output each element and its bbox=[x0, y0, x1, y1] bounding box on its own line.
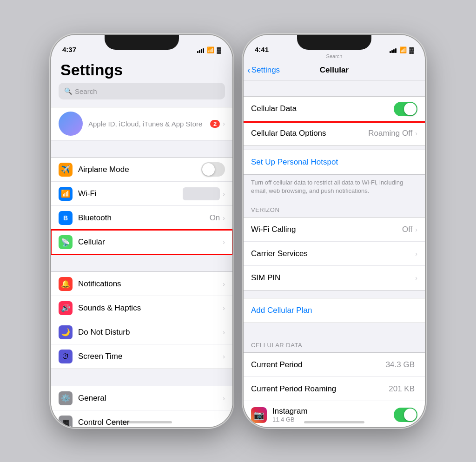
sounds-row[interactable]: 🔊 Sounds & Haptics › bbox=[51, 296, 232, 320]
sim-pin-label: SIM PIN bbox=[251, 273, 415, 283]
bluetooth-row[interactable]: B Bluetooth On › bbox=[51, 206, 232, 230]
spacer-plan bbox=[244, 290, 425, 298]
home-indicator-1 bbox=[112, 421, 172, 423]
cellular-options-label: Cellular Data Options bbox=[251, 129, 368, 138]
cellular-data-row[interactable]: Cellular Data bbox=[244, 97, 425, 121]
chevron-notif: › bbox=[223, 280, 225, 288]
cellular-icon: 📡 bbox=[59, 235, 73, 249]
instagram-name: Instagram bbox=[272, 407, 394, 416]
dnd-icon: 🌙 bbox=[59, 325, 73, 339]
chevron-cellular: › bbox=[223, 238, 225, 246]
apple-id-info: Apple ID, iCloud, iTunes & App Store bbox=[88, 120, 210, 128]
carrier-services-label: Carrier Services bbox=[251, 249, 415, 258]
nav-title-cellular: Cellular bbox=[320, 66, 349, 75]
wifi-value-box bbox=[183, 187, 220, 200]
cellular-data-section-header: CELLULAR DATA bbox=[244, 334, 425, 352]
cellular-data-toggle[interactable] bbox=[394, 102, 417, 116]
apple-id-row[interactable]: Apple ID, iCloud, iTunes & App Store 2 › bbox=[51, 107, 232, 140]
signal-bars-1 bbox=[197, 47, 204, 53]
verizon-list: Wi-Fi Calling Off › Carrier Services › S… bbox=[244, 217, 425, 290]
notifications-row[interactable]: 🔔 Notifications › bbox=[51, 272, 232, 296]
bar3 bbox=[201, 49, 202, 53]
back-label: Settings bbox=[251, 66, 280, 75]
dnd-row[interactable]: 🌙 Do Not Disturb › bbox=[51, 320, 232, 344]
notifications-icon: 🔔 bbox=[59, 277, 73, 291]
search-bar[interactable]: 🔍 Search bbox=[59, 83, 225, 99]
bar2-2 bbox=[391, 50, 393, 53]
status-time-2: 4:41 bbox=[255, 46, 269, 53]
spacer-data bbox=[244, 323, 425, 334]
general-icon: ⚙️ bbox=[59, 391, 73, 405]
cellular-data-options-row[interactable]: Cellular Data Options Roaming Off › bbox=[244, 121, 425, 145]
airplane-mode-row[interactable]: ✈️ Airplane Mode bbox=[51, 158, 232, 182]
wifi-icon: 📶 bbox=[59, 187, 73, 201]
toggle-knob-cellular-data bbox=[404, 103, 416, 115]
cellular-nav: ‹ Settings Cellular bbox=[244, 60, 425, 80]
apple-id-label: Apple ID, iCloud, iTunes & App Store bbox=[88, 120, 210, 128]
instagram-toggle[interactable] bbox=[394, 408, 417, 422]
wifi-calling-value: Off bbox=[402, 225, 412, 234]
sim-pin-row[interactable]: SIM PIN › bbox=[244, 266, 425, 290]
toggle-knob-instagram bbox=[404, 409, 416, 421]
current-period-label: Current Period bbox=[251, 360, 386, 370]
chevron-cellular-options: › bbox=[415, 130, 417, 137]
general-row[interactable]: ⚙️ General › bbox=[51, 386, 232, 410]
airplane-toggle[interactable] bbox=[201, 162, 225, 177]
add-plan-row[interactable]: Add Cellular Plan bbox=[244, 298, 425, 323]
wifi-calling-row[interactable]: Wi-Fi Calling Off › bbox=[244, 218, 425, 242]
sounds-label: Sounds & Haptics bbox=[78, 304, 223, 313]
general-label: General bbox=[78, 394, 223, 403]
notch-2 bbox=[297, 35, 371, 50]
cellular-data-list: Cellular Data bbox=[244, 96, 425, 121]
screen-cellular: 4:41 📶 ▓ Search bbox=[244, 35, 425, 427]
notifications-label: Notifications bbox=[78, 279, 223, 289]
cellular-label: Cellular bbox=[78, 238, 223, 247]
screen-time-row[interactable]: ⏱ Screen Time › bbox=[51, 344, 232, 369]
bar1 bbox=[197, 51, 198, 53]
status-icons-1: 📶 ▓ bbox=[197, 46, 221, 53]
back-arrow-icon: ‹ bbox=[247, 65, 251, 75]
divider-3 bbox=[51, 369, 232, 386]
search-placeholder: Search bbox=[75, 87, 97, 95]
bar2-1 bbox=[390, 51, 391, 53]
hotspot-row[interactable]: Set Up Personal Hotspot bbox=[244, 150, 425, 174]
notifications-section: 🔔 Notifications › 🔊 Sounds & Haptics › 🌙… bbox=[51, 271, 232, 369]
cellular-row[interactable]: 📡 Cellular › bbox=[51, 230, 232, 254]
chevron-screentime: › bbox=[223, 353, 225, 360]
divider-2 bbox=[51, 255, 232, 271]
control-center-row[interactable]: ▦ Control Center › bbox=[51, 410, 232, 427]
search-icon: 🔍 bbox=[64, 87, 72, 95]
divider-1 bbox=[51, 140, 232, 157]
bar2 bbox=[199, 50, 200, 53]
current-period-row: Current Period 34.3 GB bbox=[244, 353, 425, 377]
status-time-1: 4:37 bbox=[62, 46, 76, 53]
bar2-3 bbox=[393, 49, 395, 53]
signal-bars-2 bbox=[390, 47, 397, 53]
bar4 bbox=[203, 48, 204, 53]
add-plan-label: Add Cellular Plan bbox=[251, 306, 312, 315]
cellular-options-value: Roaming Off bbox=[368, 129, 412, 138]
wifi-calling-label: Wi-Fi Calling bbox=[251, 225, 402, 234]
hotspot-list: Set Up Personal Hotspot bbox=[244, 150, 425, 175]
chevron-general: › bbox=[223, 395, 225, 402]
screen-settings: 4:37 📶 ▓ Settings bbox=[51, 35, 232, 427]
control-center-icon: ▦ bbox=[59, 416, 73, 428]
cellular-content: Cellular Data Cellular Data Options Roam… bbox=[244, 96, 425, 427]
avatar bbox=[59, 112, 83, 136]
back-button[interactable]: ‹ Settings bbox=[247, 65, 280, 75]
hotspot-label: Set Up Personal Hotspot bbox=[251, 158, 338, 167]
cellular-data-label: Cellular Data bbox=[251, 104, 394, 113]
add-plan-list: Add Cellular Plan bbox=[244, 298, 425, 323]
chevron-sim: › bbox=[415, 274, 417, 282]
wifi-row[interactable]: 📶 Wi-Fi › bbox=[51, 182, 232, 206]
data-usage-list: Current Period 34.3 GB Current Period Ro… bbox=[244, 352, 425, 427]
chevron-wifi-calling: › bbox=[415, 226, 417, 233]
screen-time-icon: ⏱ bbox=[59, 350, 73, 363]
status-icons-2: 📶 ▓ bbox=[390, 46, 414, 53]
chevron-carrier: › bbox=[415, 250, 417, 257]
verizon-section-header: VERIZON bbox=[244, 199, 425, 217]
home-indicator-2 bbox=[304, 421, 364, 423]
current-period-roaming-row: Current Period Roaming 201 KB bbox=[244, 377, 425, 401]
current-period-roaming-label: Current Period Roaming bbox=[251, 384, 389, 394]
carrier-services-row[interactable]: Carrier Services › bbox=[244, 242, 425, 266]
